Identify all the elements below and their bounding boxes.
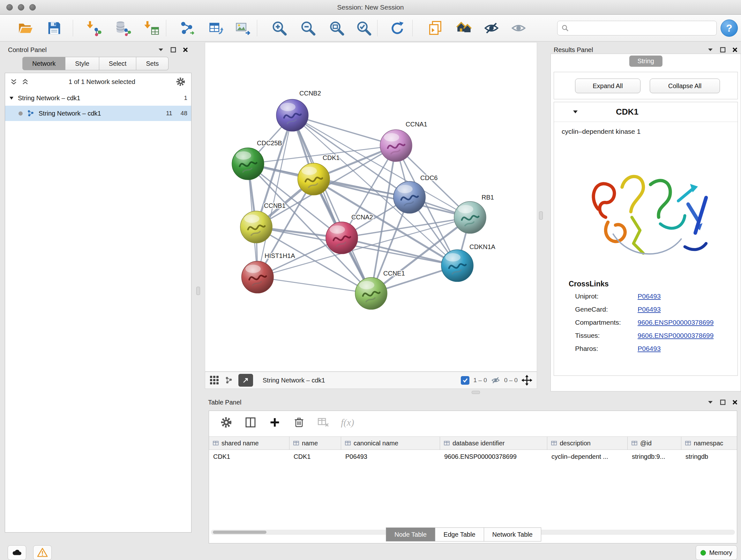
column-header-canonical-name[interactable]: canonical name [341, 437, 440, 449]
maximize-window-button[interactable] [29, 4, 36, 10]
results-panel-menu-button[interactable] [707, 48, 714, 52]
collapse-tree-button[interactable] [22, 78, 29, 85]
import-from-ndex-button[interactable] [426, 18, 445, 38]
column-header-database-identifier[interactable]: database identifier [440, 437, 547, 449]
node-label-CCNA1: CCNA1 [406, 121, 427, 128]
crosslink-uniprot-link[interactable]: P06493 [637, 293, 735, 300]
left-splitter-handle[interactable] [196, 287, 200, 295]
show-graphics-details-button[interactable] [509, 18, 528, 38]
tab-network[interactable]: Network [22, 57, 65, 70]
network-collection-row[interactable]: String Network – cdk1 1 [5, 90, 191, 106]
network-edge-CCNA2-CDKN1A[interactable] [342, 238, 457, 266]
import-network-from-file-button[interactable] [84, 18, 104, 38]
zoom-in-button[interactable] [270, 18, 289, 38]
network-share-button[interactable] [224, 376, 233, 385]
save-session-button[interactable] [45, 18, 64, 38]
cell-canonical-name[interactable]: P06493 [341, 453, 440, 460]
network-options-gear-button[interactable] [175, 76, 186, 87]
network-edge-HIST1H1A-CCNE1[interactable] [258, 277, 371, 294]
toolbar-search[interactable] [557, 21, 717, 36]
network-edge-CCNB2-CCNE1[interactable] [292, 115, 371, 294]
table-panel-menu-button[interactable] [707, 400, 714, 405]
tab-network-table[interactable]: Network Table [484, 527, 541, 542]
column-header-namespace[interactable]: namespac [681, 437, 737, 449]
control-panel-float-button[interactable] [171, 47, 176, 53]
cloud-status-button[interactable] [8, 545, 26, 560]
disclosure-triangle-icon[interactable] [9, 96, 14, 100]
open-session-button[interactable] [16, 18, 35, 38]
open-in-new-window-button[interactable] [239, 374, 253, 387]
tab-edge-table[interactable]: Edge Table [435, 527, 484, 542]
network-edge-CCNB2-CCNA1[interactable] [292, 115, 396, 145]
zoom-fit-button[interactable] [327, 18, 346, 38]
network-canvas[interactable]: CCNB2CCNA1CDC25BCDK1CDC6RB1CCNB1CCNA2CDK… [205, 42, 537, 372]
expand-all-button[interactable]: Expand All [575, 78, 641, 93]
results-panel-close-button[interactable] [732, 47, 738, 53]
help-button[interactable]: ? [721, 19, 738, 37]
warnings-button[interactable] [33, 545, 52, 560]
hidden-eye-icon[interactable] [491, 375, 500, 385]
open-folder-icon [17, 20, 34, 37]
results-panel-float-button[interactable] [720, 47, 726, 53]
minimize-window-button[interactable] [18, 4, 24, 10]
table-horizontal-scrollbar-thumb[interactable] [213, 531, 266, 534]
toggle-columns-button[interactable] [243, 415, 258, 430]
crosslink-compartments-link[interactable]: 9606.ENSP00000378699 [637, 319, 735, 326]
import-table-from-file-button[interactable] [142, 18, 161, 38]
cell-name[interactable]: CDK1 [289, 453, 341, 460]
selected-checkbox-icon[interactable] [461, 376, 469, 385]
node-gloss-highlight [301, 167, 317, 175]
network-row[interactable]: String Network – cdk1 11 48 [5, 106, 191, 121]
crosslink-tissues-link[interactable]: 9606.ENSP00000378699 [637, 332, 735, 339]
cell-id[interactable]: stringdb:9... [628, 453, 681, 460]
column-header-name[interactable]: name [289, 437, 341, 449]
column-header-shared-name[interactable]: shared name [209, 437, 289, 449]
crosslink-genecard-link[interactable]: P06493 [637, 306, 735, 313]
cell-shared-name[interactable]: CDK1 [209, 453, 289, 460]
create-table-button[interactable] [206, 18, 225, 38]
apply-layout-button[interactable] [388, 18, 407, 38]
network-graph[interactable]: CCNB2CCNA1CDC25BCDK1CDC6RB1CCNB1CCNA2CDK… [205, 43, 537, 371]
column-header-id[interactable]: @id [628, 437, 681, 449]
collapse-all-button[interactable]: Collapse All [650, 78, 720, 93]
cell-database-identifier[interactable]: 9606.ENSP00000378699 [440, 453, 547, 460]
memory-button[interactable]: Memory [696, 545, 737, 560]
network-from-selection-button[interactable] [177, 18, 196, 38]
close-window-button[interactable] [6, 4, 13, 10]
tab-node-table[interactable]: Node Table [386, 527, 435, 542]
zoom-out-button[interactable] [298, 18, 318, 38]
tab-select[interactable]: Select [99, 57, 137, 70]
cell-description[interactable]: cyclin–dependent ... [547, 453, 628, 460]
node-label-CCNA2: CCNA2 [351, 213, 373, 221]
table-panel-float-button[interactable] [720, 399, 726, 405]
crosslink-pharos-link[interactable]: P06493 [637, 345, 735, 353]
results-tab-string[interactable]: String [629, 56, 662, 67]
database-import-icon [115, 20, 131, 37]
eye-slash-icon [483, 20, 500, 37]
homes-button[interactable] [455, 18, 474, 38]
tab-style[interactable]: Style [65, 57, 99, 70]
right-splitter-handle[interactable] [539, 211, 543, 220]
bottom-splitter-handle[interactable] [472, 391, 480, 394]
birdseye-grid-button[interactable] [210, 375, 219, 385]
export-image-button[interactable] [233, 18, 252, 38]
import-network-from-database-button[interactable] [113, 18, 132, 38]
add-column-button[interactable] [267, 415, 282, 430]
search-input[interactable] [571, 24, 713, 32]
control-panel-close-button[interactable] [183, 47, 188, 53]
table-panel-close-button[interactable] [732, 399, 738, 405]
control-panel-menu-button[interactable] [158, 48, 164, 52]
zoom-selected-button[interactable] [354, 18, 374, 38]
protein-header[interactable]: CDK1 [554, 102, 738, 122]
column-header-description[interactable]: description [547, 437, 628, 449]
protein-disclosure-icon[interactable] [572, 110, 578, 114]
expand-tree-button[interactable] [10, 78, 17, 85]
current-network-indicator [18, 111, 23, 116]
pan-crosshair-button[interactable] [522, 375, 532, 386]
tab-sets[interactable]: Sets [136, 57, 169, 70]
hide-graphics-details-button[interactable] [482, 18, 501, 38]
table-settings-button[interactable] [219, 415, 234, 430]
cell-namespace[interactable]: stringdb [681, 453, 737, 460]
table-row[interactable]: CDK1 CDK1 P06493 9606.ENSP00000378699 cy… [209, 450, 737, 463]
delete-column-button[interactable] [291, 415, 307, 430]
